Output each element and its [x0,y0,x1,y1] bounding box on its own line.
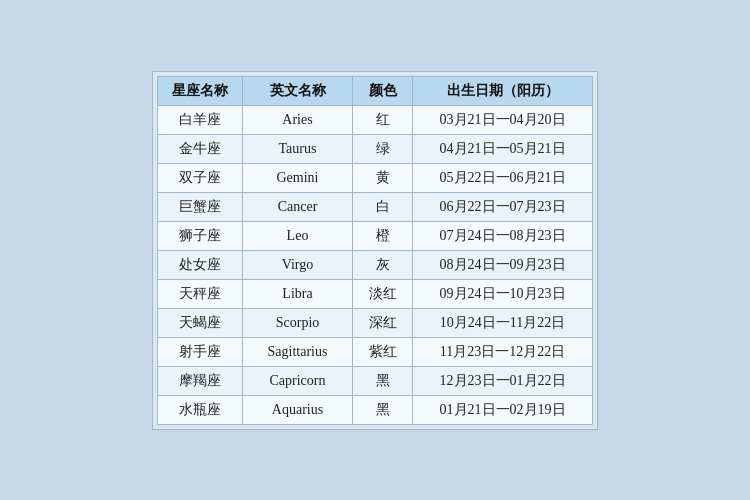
table-row: 双子座Gemini黄05月22日一06月21日 [158,163,593,192]
cell-dates: 08月24日一09月23日 [413,250,593,279]
table-row: 天蝎座Scorpio深红10月24日一11月22日 [158,308,593,337]
header-color: 颜色 [353,76,413,105]
cell-color: 绿 [353,134,413,163]
header-english: 英文名称 [243,76,353,105]
cell-dates: 09月24日一10月23日 [413,279,593,308]
cell-chinese: 白羊座 [158,105,243,134]
cell-color: 深红 [353,308,413,337]
table-row: 巨蟹座Cancer白06月22日一07月23日 [158,192,593,221]
cell-chinese: 狮子座 [158,221,243,250]
table-row: 水瓶座Aquarius黑01月21日一02月19日 [158,395,593,424]
cell-english: Aries [243,105,353,134]
cell-chinese: 水瓶座 [158,395,243,424]
cell-color: 黄 [353,163,413,192]
cell-dates: 04月21日一05月21日 [413,134,593,163]
cell-chinese: 金牛座 [158,134,243,163]
cell-dates: 11月23日一12月22日 [413,337,593,366]
cell-dates: 12月23日一01月22日 [413,366,593,395]
cell-color: 黑 [353,395,413,424]
cell-english: Sagittarius [243,337,353,366]
table-row: 处女座Virgo灰08月24日一09月23日 [158,250,593,279]
cell-english: Gemini [243,163,353,192]
cell-color: 紫红 [353,337,413,366]
cell-chinese: 处女座 [158,250,243,279]
table-row: 天秤座Libra淡红09月24日一10月23日 [158,279,593,308]
table-header-row: 星座名称 英文名称 颜色 出生日期（阳历） [158,76,593,105]
cell-dates: 05月22日一06月21日 [413,163,593,192]
cell-dates: 06月22日一07月23日 [413,192,593,221]
cell-chinese: 巨蟹座 [158,192,243,221]
cell-english: Aquarius [243,395,353,424]
cell-chinese: 天秤座 [158,279,243,308]
table-row: 狮子座Leo橙07月24日一08月23日 [158,221,593,250]
cell-english: Cancer [243,192,353,221]
cell-english: Leo [243,221,353,250]
cell-english: Capricorn [243,366,353,395]
cell-chinese: 摩羯座 [158,366,243,395]
cell-color: 橙 [353,221,413,250]
table-row: 金牛座Taurus绿04月21日一05月21日 [158,134,593,163]
header-date: 出生日期（阳历） [413,76,593,105]
cell-dates: 07月24日一08月23日 [413,221,593,250]
cell-dates: 01月21日一02月19日 [413,395,593,424]
cell-dates: 03月21日一04月20日 [413,105,593,134]
cell-chinese: 双子座 [158,163,243,192]
cell-english: Scorpio [243,308,353,337]
table-row: 射手座Sagittarius紫红11月23日一12月22日 [158,337,593,366]
cell-chinese: 天蝎座 [158,308,243,337]
cell-color: 黑 [353,366,413,395]
cell-color: 红 [353,105,413,134]
cell-dates: 10月24日一11月22日 [413,308,593,337]
zodiac-table: 星座名称 英文名称 颜色 出生日期（阳历） 白羊座Aries红03月21日一04… [157,76,593,425]
cell-english: Virgo [243,250,353,279]
table-row: 白羊座Aries红03月21日一04月20日 [158,105,593,134]
cell-color: 灰 [353,250,413,279]
cell-english: Libra [243,279,353,308]
header-chinese: 星座名称 [158,76,243,105]
cell-english: Taurus [243,134,353,163]
table-row: 摩羯座Capricorn黑12月23日一01月22日 [158,366,593,395]
cell-chinese: 射手座 [158,337,243,366]
cell-color: 淡红 [353,279,413,308]
zodiac-table-container: 星座名称 英文名称 颜色 出生日期（阳历） 白羊座Aries红03月21日一04… [152,71,598,430]
cell-color: 白 [353,192,413,221]
